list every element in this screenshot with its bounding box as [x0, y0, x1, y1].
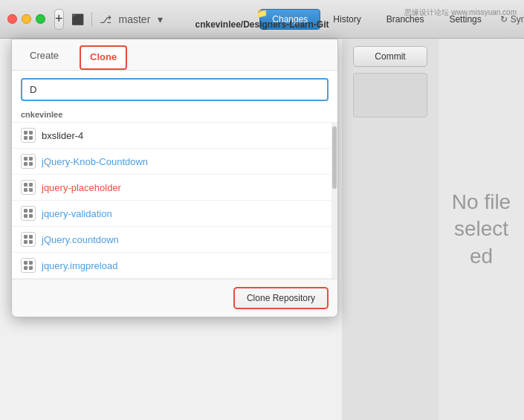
repo-name: jquery.imgpreload: [42, 260, 117, 271]
modal-tab-clone[interactable]: Clone: [80, 45, 127, 70]
separator: [91, 12, 92, 27]
modal-tab-create[interactable]: Create: [21, 45, 68, 70]
scroll-thumb: [332, 126, 337, 189]
repo-name: bxslider-4: [42, 130, 83, 141]
repo-icon: [21, 232, 36, 247]
maximize-button[interactable]: [36, 14, 45, 24]
repo-name: jQuery-Knob-Countdown: [42, 156, 148, 167]
svg-rect-14: [24, 214, 28, 218]
svg-rect-13: [29, 209, 33, 213]
svg-rect-2: [24, 136, 28, 140]
svg-rect-12: [24, 209, 28, 213]
repo-item[interactable]: jQuery-Knob-Countdown: [12, 149, 337, 175]
branch-icon[interactable]: ⎇: [100, 13, 111, 25]
right-area: Commit No file select ed: [342, 39, 524, 420]
watermark: 思缘设计论坛 www.missyuan.com: [404, 7, 517, 18]
svg-rect-3: [29, 136, 33, 140]
repo-icon: [21, 258, 36, 273]
repo-item[interactable]: jquery.imgpreload: [12, 253, 337, 279]
repo-icon: [21, 206, 36, 221]
repo-list: bxslider-4jQuery-Knob-Countdownjquery-pl…: [12, 122, 337, 279]
svg-rect-15: [29, 214, 33, 218]
svg-rect-1: [29, 131, 33, 135]
window-controls: [0, 14, 45, 24]
svg-rect-7: [29, 162, 33, 166]
svg-rect-22: [24, 266, 28, 270]
repo-item[interactable]: bxslider-4: [12, 123, 337, 149]
svg-rect-17: [29, 235, 33, 239]
minimize-button[interactable]: [22, 14, 31, 24]
repo-name: jQuery.countdown: [42, 234, 119, 245]
repo-name: jquery-validation: [42, 208, 112, 219]
modal-tabs: Create Clone: [12, 39, 337, 71]
modal-panel: Create Clone cnkevinlee bxslider-4jQuery…: [11, 39, 338, 317]
search-container: [12, 71, 337, 109]
window-title: cnkevinlee/Designers-Learn-Git: [195, 19, 329, 30]
title-area: 📁 cnkevinlee/Designers-Learn-Git: [195, 8, 329, 30]
repo-item[interactable]: jquery-validation: [12, 201, 337, 227]
repo-icon: [21, 180, 36, 195]
section-label: cnkevinlee: [12, 109, 337, 122]
repo-item[interactable]: jQuery.countdown: [12, 227, 337, 253]
search-input[interactable]: [21, 78, 329, 101]
commit-button[interactable]: Commit: [353, 46, 427, 67]
svg-rect-4: [24, 157, 28, 161]
repo-item[interactable]: jquery-placeholder: [12, 175, 337, 201]
folder-icon: 📁: [256, 8, 268, 19]
no-file-panel: No file select ed: [439, 39, 524, 420]
svg-rect-9: [29, 183, 33, 187]
close-button[interactable]: [7, 14, 17, 24]
titlebar: + ⬛ ⎇ master ▾ 📁 cnkevinlee/Designers-Le…: [0, 0, 524, 39]
no-file-text: No file select ed: [452, 189, 511, 270]
svg-rect-5: [29, 157, 33, 161]
toolbar-icons: ⬛ ⎇ master ▾: [64, 12, 171, 27]
clone-repo-button[interactable]: Clone Repository: [233, 287, 329, 309]
svg-rect-20: [24, 261, 28, 265]
repo-name: jquery-placeholder: [42, 182, 121, 193]
branch-label[interactable]: master: [119, 13, 151, 25]
svg-rect-6: [24, 162, 28, 166]
modal-footer: Clone Repository: [12, 279, 337, 317]
sidebar-toggle-icon[interactable]: ⬛: [71, 13, 84, 25]
repo-icon: [21, 128, 36, 143]
right-content: Commit No file select ed: [342, 39, 524, 420]
diff-area: [353, 73, 427, 117]
svg-rect-21: [29, 261, 33, 265]
modal-overlay: Create Clone cnkevinlee bxslider-4jQuery…: [0, 39, 342, 420]
svg-rect-19: [29, 240, 33, 244]
repo-icon: [21, 154, 36, 169]
right-sidebar: Commit: [342, 39, 439, 420]
svg-rect-16: [24, 235, 28, 239]
svg-rect-8: [24, 183, 28, 187]
scrollbar[interactable]: [331, 123, 337, 279]
svg-rect-23: [29, 266, 33, 270]
svg-rect-10: [24, 188, 28, 192]
branch-dropdown-icon[interactable]: ▾: [158, 13, 163, 25]
svg-rect-11: [29, 188, 33, 192]
svg-rect-0: [24, 131, 28, 135]
add-button[interactable]: +: [54, 9, 64, 30]
left-panel: Create Clone cnkevinlee bxslider-4jQuery…: [0, 39, 342, 420]
svg-rect-18: [24, 240, 28, 244]
main-content: Create Clone cnkevinlee bxslider-4jQuery…: [0, 39, 524, 420]
